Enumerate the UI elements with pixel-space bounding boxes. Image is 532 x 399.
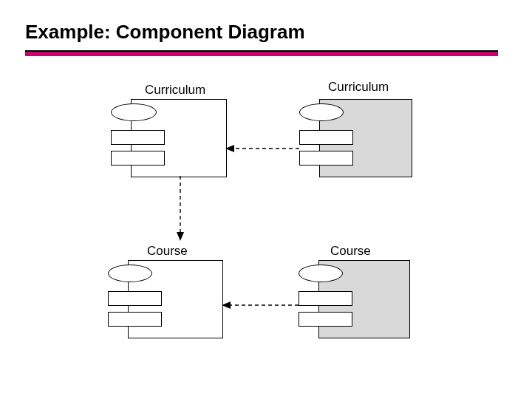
dependency-arrow-icon (222, 300, 299, 310)
dependency-arrow-icon (175, 176, 185, 241)
component-ellipse-icon (108, 265, 152, 282)
component-slot-icon (299, 151, 353, 166)
slide-title: Example: Component Diagram (25, 21, 305, 44)
svg-marker-5 (222, 301, 231, 309)
title-rule-accent (25, 52, 498, 56)
component-slot-icon (299, 130, 353, 145)
component-slot-icon (299, 312, 352, 327)
component-ellipse-icon (111, 103, 157, 121)
component-slot-icon (108, 312, 162, 327)
label-curriculum-left: Curriculum (145, 83, 205, 98)
component-slot-icon (111, 151, 165, 166)
component-slot-icon (299, 291, 352, 306)
slide: Example: Component Diagram Curriculum Cu… (0, 0, 532, 399)
svg-marker-3 (177, 232, 184, 241)
component-ellipse-icon (299, 103, 344, 121)
component-ellipse-icon (299, 265, 343, 282)
component-slot-icon (108, 291, 162, 306)
label-course-left: Course (147, 244, 188, 259)
component-slot-icon (111, 130, 165, 145)
svg-marker-1 (225, 145, 234, 152)
label-course-right: Course (330, 244, 371, 259)
dependency-arrow-icon (225, 143, 299, 154)
label-curriculum-right: Curriculum (328, 80, 389, 95)
